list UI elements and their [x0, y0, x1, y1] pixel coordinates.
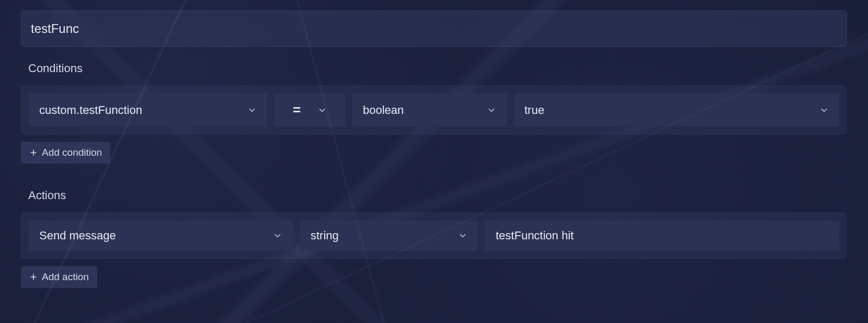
action-value-type-label: string	[311, 229, 339, 243]
chevron-down-icon	[487, 106, 496, 115]
condition-operator-select[interactable]: =	[275, 94, 345, 126]
action-value-type-select[interactable]: string	[300, 221, 478, 251]
chevron-down-icon	[317, 106, 327, 115]
add-condition-label: Add condition	[42, 147, 102, 158]
chevron-down-icon	[819, 106, 829, 115]
chevron-down-icon	[273, 231, 282, 240]
action-type-label: Send message	[39, 229, 116, 243]
condition-operator-label: =	[293, 102, 301, 118]
rule-title-input[interactable]	[21, 10, 847, 47]
action-type-select[interactable]: Send message	[29, 221, 293, 251]
conditions-section: Conditions custom.testFunction = boolean…	[21, 62, 847, 164]
condition-type-label: boolean	[363, 103, 404, 117]
actions-heading: Actions	[21, 189, 847, 202]
condition-field-label: custom.testFunction	[39, 103, 142, 117]
add-condition-button[interactable]: Add condition	[21, 142, 110, 164]
condition-row: custom.testFunction = boolean true	[21, 86, 847, 134]
add-action-label: Add action	[42, 271, 89, 283]
chevron-down-icon	[247, 106, 257, 115]
condition-type-select[interactable]: boolean	[352, 94, 507, 126]
add-action-button[interactable]: Add action	[21, 266, 97, 288]
plus-icon	[29, 148, 38, 157]
actions-section: Actions Send message string Add action	[21, 189, 847, 288]
conditions-heading: Conditions	[21, 62, 847, 75]
action-row: Send message string	[21, 213, 847, 259]
action-value-input[interactable]	[485, 221, 839, 251]
condition-value-select[interactable]: true	[514, 94, 839, 126]
condition-field-select[interactable]: custom.testFunction	[29, 94, 267, 126]
plus-icon	[29, 273, 38, 281]
chevron-down-icon	[458, 231, 467, 240]
condition-value-label: true	[524, 103, 544, 117]
